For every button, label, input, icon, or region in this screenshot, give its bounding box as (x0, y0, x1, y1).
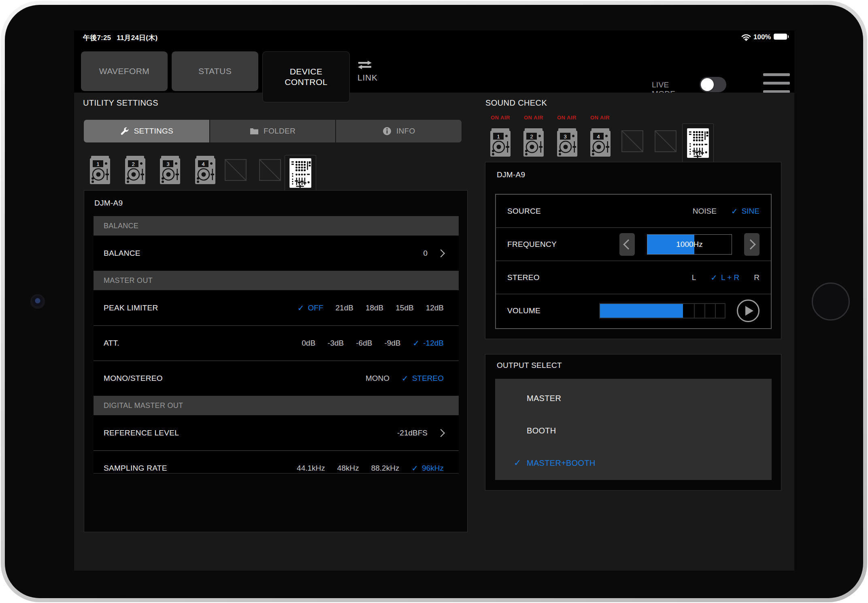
option-minus6db[interactable]: -6dB (356, 339, 372, 348)
row-source: SOURCE NOISE ✓SINE (496, 195, 771, 228)
chevron-right-icon (437, 249, 445, 257)
play-button[interactable] (737, 299, 760, 322)
settings-list[interactable]: BALANCE BALANCE 0 MASTER OUT PEAK LIMITE… (94, 216, 459, 473)
volume-slider[interactable] (599, 303, 725, 318)
row-sampling-rate-label: SAMPLING RATE (104, 464, 167, 473)
content-area: UTILITY SETTINGS SETTINGS FOLDER (74, 93, 794, 571)
output-select-list: MASTER BOOTH ✓ MASTER+BOOTH (495, 379, 772, 480)
empty-slot-icon (259, 159, 281, 181)
clock-date: 午後7:2511月24日(木) (83, 33, 163, 42)
live-mode-toggle[interactable] (700, 77, 726, 92)
player-icon-2[interactable]: 2 (125, 156, 145, 184)
option-18db[interactable]: 18dB (366, 304, 383, 312)
option-88-2khz[interactable]: 88.2kHz (371, 464, 400, 473)
option-right[interactable]: R (754, 273, 760, 282)
option-44-1khz[interactable]: 44.1kHz (297, 464, 325, 473)
player-icon-4[interactable]: 4 (195, 156, 215, 184)
tab-link[interactable]: LINK (357, 54, 387, 89)
sound-check-controls: SOURCE NOISE ✓SINE FREQUENCY 1000Hz (495, 194, 772, 329)
check-icon: ✓ (298, 303, 304, 313)
option-96khz[interactable]: ✓96kHz (411, 463, 444, 473)
sc-player-icon-2[interactable]: 2 (523, 128, 544, 157)
tab-device-control[interactable]: DEVICE CONTROL (262, 51, 350, 102)
row-source-label: SOURCE (507, 207, 541, 216)
device-name: DJM-A9 (94, 199, 123, 208)
svg-text:2: 2 (530, 134, 533, 140)
option-noise[interactable]: NOISE (693, 207, 717, 216)
option-15db[interactable]: 15dB (396, 304, 413, 312)
tab-folder[interactable]: FOLDER (210, 120, 336, 142)
option-minus12db[interactable]: ✓-12dB (413, 338, 444, 348)
svg-text:1: 1 (96, 161, 99, 167)
frequency-increase-button[interactable] (744, 233, 760, 256)
option-left[interactable]: L (692, 273, 696, 282)
mixer-icon-selected[interactable] (285, 155, 316, 190)
chevron-right-icon (437, 429, 445, 437)
option-0db[interactable]: 0dB (302, 339, 315, 348)
player-icon-3[interactable]: 3 (160, 156, 180, 184)
tab-status[interactable]: STATUS (172, 51, 258, 91)
play-icon (745, 306, 753, 316)
tab-waveform-label: WAVEFORM (99, 66, 150, 76)
row-reference-level-label: REFERENCE LEVEL (104, 429, 179, 437)
option-sine[interactable]: ✓SINE (731, 206, 760, 216)
option-12db[interactable]: 12dB (426, 304, 444, 312)
svg-text:4: 4 (202, 161, 204, 167)
row-stereo: STEREO L ✓L + R R (496, 261, 771, 294)
screenshot-stage: 午後7:2511月24日(木) 100% WAVEFORM STATUS DEV… (0, 0, 868, 603)
utility-tabbar: SETTINGS FOLDER INFO (84, 120, 462, 142)
output-select-title: OUTPUT SELECT (497, 361, 562, 370)
player-icon-1[interactable]: 1 (90, 156, 110, 184)
row-volume-label: VOLUME (507, 306, 540, 315)
wrench-icon (120, 127, 129, 136)
battery-percent: 100% (753, 33, 771, 41)
frequency-decrease-button[interactable] (619, 233, 635, 256)
sc-device-name: DJM-A9 (497, 170, 525, 179)
top-nav: WAVEFORM STATUS DEVICE CONTROL LINK LIVE… (74, 45, 794, 93)
home-button[interactable] (812, 282, 850, 321)
option-booth[interactable]: BOOTH (495, 421, 772, 440)
row-peak-limiter: PEAK LIMITER ✓OFF 21dB 18dB 15dB 12dB (94, 290, 459, 325)
sc-player-icon-3[interactable]: 3 (557, 128, 577, 157)
svg-text:4: 4 (597, 134, 600, 140)
row-reference-level[interactable]: REFERENCE LEVEL -21dBFS (94, 415, 459, 450)
svg-text:2: 2 (132, 161, 134, 167)
toggle-knob (701, 78, 714, 91)
tab-info-label: INFO (396, 127, 415, 136)
chevron-left-icon (623, 239, 633, 249)
on-air-label-4: ON AIR (584, 115, 616, 121)
sc-player-icon-1[interactable]: 1 (490, 128, 511, 157)
tab-info[interactable]: INFO (336, 120, 462, 142)
option-left-right[interactable]: ✓L + R (711, 273, 739, 282)
row-volume: VOLUME (496, 294, 771, 327)
tab-settings[interactable]: SETTINGS (84, 120, 209, 142)
option-stereo[interactable]: ✓STEREO (402, 374, 444, 383)
row-peak-limiter-label: PEAK LIMITER (104, 304, 158, 312)
empty-slot-icon (225, 159, 247, 181)
option-master-booth[interactable]: ✓ MASTER+BOOTH (495, 453, 772, 473)
option-off[interactable]: ✓OFF (298, 303, 323, 313)
check-icon: ✓ (731, 206, 738, 216)
sc-player-icon-4[interactable]: 4 (590, 128, 611, 157)
link-arrows-icon (357, 60, 372, 70)
row-balance[interactable]: BALANCE 0 (94, 236, 459, 271)
section-header-balance: BALANCE (94, 216, 459, 236)
sc-mixer-icon-selected[interactable] (682, 123, 714, 162)
front-camera (30, 294, 45, 309)
status-time: 午後7:25 (83, 34, 111, 42)
check-icon: ✓ (514, 458, 521, 468)
frequency-value: 1000Hz (647, 235, 732, 254)
chevron-right-icon (745, 239, 755, 249)
option-21db[interactable]: 21dB (336, 304, 353, 312)
option-minus9db[interactable]: -9dB (384, 339, 400, 348)
option-48khz[interactable]: 48kHz (337, 464, 359, 473)
row-att: ATT. 0dB -3dB -6dB -9dB ✓-12dB (94, 325, 459, 361)
option-master[interactable]: MASTER (495, 389, 772, 408)
frequency-field[interactable]: 1000Hz (647, 234, 732, 255)
option-minus3db[interactable]: -3dB (328, 339, 344, 348)
row-mono-stereo-label: MONO/STEREO (104, 374, 163, 383)
volume-fill (600, 304, 683, 318)
tab-waveform[interactable]: WAVEFORM (81, 51, 168, 91)
svg-text:3: 3 (564, 134, 566, 140)
option-mono[interactable]: MONO (366, 374, 389, 383)
